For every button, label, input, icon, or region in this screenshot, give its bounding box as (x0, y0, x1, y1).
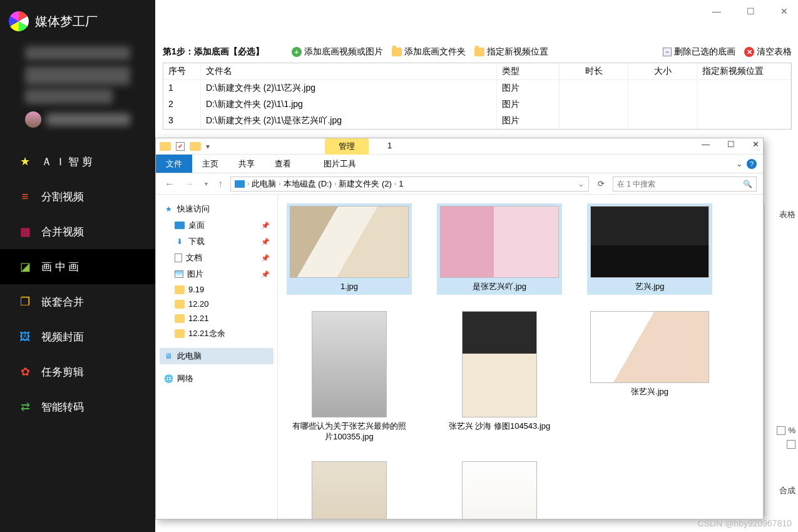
tree-label: 此电脑 (177, 350, 202, 362)
convert-icon: ⇄ (18, 399, 33, 414)
tree-folder[interactable]: 12.21念余 (171, 325, 274, 342)
btn-label: 删除已选的底画 (674, 46, 735, 58)
file-name: 张艺兴 沙海 修图104543.jpg (449, 421, 551, 432)
maximize-button[interactable]: ☐ (743, 6, 758, 16)
nav-forward-button[interactable]: → (182, 178, 197, 190)
file-thumbnail[interactable]: 1.jpg (287, 203, 412, 295)
file-thumbnail[interactable] (437, 459, 562, 519)
file-thumbnail[interactable]: 张艺兴.jpg (587, 309, 712, 445)
file-thumbnail[interactable]: 艺兴.jpg (587, 203, 712, 295)
file-thumbnail[interactable]: 是张艺兴吖.jpg (437, 203, 562, 295)
set-position-button[interactable]: 指定新视频位置 (474, 46, 548, 58)
cover-icon: 🖼 (18, 329, 33, 344)
network-icon: 🌐 (163, 374, 173, 383)
nav-ai-cut[interactable]: ★ Ａ Ｉ 智 剪 (0, 144, 155, 179)
breadcrumb-dropdown-icon[interactable]: ⌄ (578, 179, 585, 188)
col-pos[interactable]: 指定新视频位置 (697, 63, 791, 79)
nav-back-button[interactable]: ← (162, 178, 177, 190)
file-name: 艺兴.jpg (635, 282, 665, 292)
col-type[interactable]: 类型 (497, 63, 560, 79)
clear-table-button[interactable]: ✕ 清空表格 (744, 46, 792, 58)
file-grid: 1.jpg是张艺兴吖.jpg艺兴.jpg有哪些认为关于张艺兴最帅的照片10035… (278, 195, 763, 519)
tree-quick-access[interactable]: ★快速访问 (160, 201, 274, 217)
ribbon-collapse-icon[interactable]: ⌄ (736, 159, 743, 168)
nav-up-button[interactable]: ↑ (215, 178, 225, 190)
maximize-button[interactable]: ☐ (727, 140, 735, 149)
file-thumbnail[interactable]: 有哪些认为关于张艺兴最帅的照片100355.jpg (287, 309, 412, 445)
close-button[interactable]: ✕ (752, 140, 759, 149)
nav-history-button[interactable]: ▾ (202, 180, 210, 187)
checkbox-icon[interactable] (777, 426, 785, 435)
media-table: 序号 文件名 类型 时长 大小 指定新视频位置 1D:\新建文件夹 (2)\1\… (163, 63, 792, 130)
breadcrumb-item[interactable]: 本地磁盘 (D:) (284, 178, 332, 190)
pin-icon: 📌 (261, 238, 270, 246)
ribbon-view[interactable]: 查看 (265, 155, 301, 173)
folder-icon[interactable] (160, 142, 171, 151)
add-folder-button[interactable]: 添加底画文件夹 (392, 46, 466, 58)
nest-icon: ❐ (18, 294, 33, 309)
tree-downloads[interactable]: ⬇下载📌 (171, 233, 274, 250)
plus-icon: + (292, 47, 302, 57)
context-tab-manage[interactable]: 管理 (325, 138, 369, 155)
col-name[interactable]: 文件名 (201, 63, 497, 79)
qat-check-icon[interactable]: ✔ (176, 142, 185, 151)
file-name: 有哪些认为关于张艺兴最帅的照片100355.jpg (290, 421, 409, 442)
breadcrumb-item[interactable]: 1 (399, 179, 403, 188)
checkbox-icon[interactable] (787, 440, 795, 449)
ribbon-file[interactable]: 文件 (156, 155, 192, 173)
file-thumbnail[interactable]: 张艺兴 沙海 修图104543.jpg (437, 309, 562, 445)
search-icon: 🔍 (743, 180, 752, 188)
blurred-region (25, 46, 130, 60)
table-row[interactable]: 1D:\新建文件夹 (2)\1\艺兴.jpg图片 (163, 80, 791, 96)
close-button[interactable]: ✕ (777, 6, 792, 16)
ribbon-picture-tools[interactable]: 图片工具 (314, 155, 366, 173)
tree-label: 12.21 (188, 314, 209, 323)
delete-selected-button[interactable]: − 删除已选的底画 (663, 46, 735, 58)
picture-icon (175, 270, 183, 278)
tree-this-pc[interactable]: 🖥此电脑 (160, 348, 274, 364)
col-size[interactable]: 大小 (628, 63, 697, 79)
peek-pct: % (788, 426, 795, 435)
nav-label: 嵌套合并 (41, 295, 84, 309)
nav-merge-video[interactable]: ▦ 合并视频 (0, 214, 155, 249)
nav-cover[interactable]: 🖼 视频封面 (0, 319, 155, 354)
breadcrumb-item[interactable]: 此电脑 (252, 178, 276, 190)
ribbon-share[interactable]: 共享 (228, 155, 265, 173)
col-seq[interactable]: 序号 (163, 63, 201, 79)
nav-nest-merge[interactable]: ❐ 嵌套合并 (0, 284, 155, 319)
avatar-icon (25, 111, 41, 128)
col-dur[interactable]: 时长 (560, 63, 628, 79)
refresh-button[interactable]: ⟳ (594, 179, 608, 188)
folder-icon[interactable] (190, 142, 201, 151)
tree-folder[interactable]: 12.20 (171, 297, 274, 311)
tree-pictures[interactable]: 图片📌 (171, 266, 274, 282)
minimize-button[interactable]: — (709, 6, 724, 16)
minimize-button[interactable]: — (702, 140, 710, 149)
nav-split-video[interactable]: ≡ 分割视频 (0, 179, 155, 214)
nav-label: 画 中 画 (41, 260, 79, 274)
breadcrumb[interactable]: › 此电脑 › 本地磁盘 (D:) › 新建文件夹 (2) › 1 ⌄ (230, 176, 589, 192)
folder-icon (175, 285, 185, 294)
document-icon (175, 253, 182, 262)
tree-desktop[interactable]: 桌面📌 (171, 217, 274, 233)
folder-icon (175, 300, 185, 309)
tree-folder[interactable]: 9.19 (171, 282, 274, 297)
tree-network[interactable]: 🌐网络 (160, 371, 274, 387)
qat-dropdown-icon[interactable]: ▾ (206, 142, 210, 151)
add-media-button[interactable]: + 添加底画视频或图片 (292, 46, 383, 58)
breadcrumb-item[interactable]: 新建文件夹 (2) (339, 178, 392, 190)
help-icon[interactable]: ? (747, 159, 757, 169)
table-row[interactable]: 2D:\新建文件夹 (2)\1\1.jpg图片 (163, 96, 791, 113)
nav-task-edit[interactable]: ✿ 任务剪辑 (0, 354, 155, 389)
peek-label: 表格 (767, 207, 795, 223)
tree-documents[interactable]: 文档📌 (171, 250, 274, 266)
search-input[interactable]: 🔍 (613, 176, 757, 192)
nav-pip[interactable]: ◪ 画 中 画 (0, 249, 155, 284)
tree-folder[interactable]: 12.21 (171, 311, 274, 325)
file-name: 1.jpg (340, 282, 358, 292)
ribbon-home[interactable]: 主页 (192, 155, 228, 173)
table-row[interactable]: 3D:\新建文件夹 (2)\1\是张艺兴吖.jpg图片 (163, 113, 791, 129)
file-thumbnail[interactable] (287, 459, 412, 519)
tree-label: 9.19 (188, 285, 204, 294)
nav-transcode[interactable]: ⇄ 智能转码 (0, 389, 155, 424)
